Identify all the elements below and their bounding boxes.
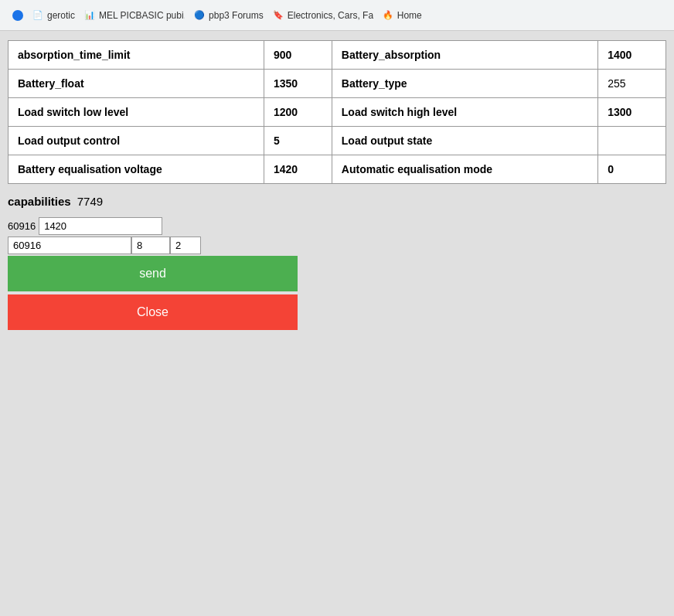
send-button[interactable]: send [8, 256, 298, 291]
capabilities-row: capabilities 7749 [8, 195, 666, 208]
cell-load-switch-low-value: 1200 [264, 98, 332, 127]
input-field-small[interactable] [131, 237, 170, 254]
capabilities-value: 7749 [77, 195, 103, 208]
cell-load-switch-low-label: Load switch low level [9, 98, 264, 127]
doc-icon [32, 10, 43, 21]
bookmark-icon [273, 10, 284, 21]
data-table: absorption_time_limit 900 Battery_absorp… [8, 40, 666, 184]
cell-load-switch-high-label: Load switch high level [332, 98, 597, 127]
cell-load-output-control-label: Load output control [9, 127, 264, 155]
tab-pbp3-label: pbp3 Forums [209, 10, 264, 21]
cell-battery-equalisation-value: 1420 [264, 155, 332, 184]
tab-mel-label: MEL PICBASIC pubi... [99, 10, 185, 21]
cell-battery-equalisation-label: Battery equalisation voltage [9, 155, 264, 184]
browser-bar: gerotic MEL PICBASIC pubi... pbp3 Forums… [0, 0, 674, 31]
table-row: Battery equalisation voltage 1420 Automa… [9, 155, 666, 184]
table-row: absorption_time_limit 900 Battery_absorp… [9, 41, 666, 70]
bar-icon [84, 10, 95, 21]
cell-auto-equalisation-label: Automatic equalisation mode [332, 155, 597, 184]
cell-battery-type-label: Battery_type [332, 70, 597, 98]
input-row2 [8, 237, 301, 254]
main-content: absorption_time_limit 900 Battery_absorp… [0, 31, 674, 616]
cell-battery-float-label: Battery_float [9, 70, 264, 98]
tab-gerotic-label: gerotic [47, 10, 75, 21]
capabilities-label: capabilities [8, 195, 71, 208]
cell-load-output-state-label: Load output state [332, 127, 597, 155]
cell-absorption-time-label: absorption_time_limit [9, 41, 264, 70]
cell-battery-type-value: 255 [598, 70, 666, 98]
browser-dot [12, 10, 23, 21]
input-row1: 60916 [8, 217, 301, 235]
cell-auto-equalisation-value: 0 [598, 155, 666, 184]
input-value1[interactable] [39, 217, 162, 235]
input-code1-label: 60916 [8, 220, 36, 232]
cell-absorption-time-value: 900 [264, 41, 332, 70]
cell-battery-absorption-label: Battery_absorption [332, 41, 597, 70]
cell-load-output-control-value: 5 [264, 127, 332, 155]
flame-icon [383, 10, 393, 21]
tab-home[interactable]: Home [383, 10, 422, 21]
tab-home-label: Home [397, 10, 422, 21]
blue-icon [194, 10, 205, 21]
tab-electronics[interactable]: Electronics, Cars, Fa... [273, 10, 373, 21]
cell-load-output-state-value [598, 127, 666, 155]
input-field-tiny[interactable] [170, 237, 201, 254]
input-field-wide[interactable] [8, 237, 131, 254]
tab-mel[interactable]: MEL PICBASIC pubi... [84, 10, 185, 21]
close-button[interactable]: Close [8, 294, 298, 330]
input-area: 60916 send Close [8, 217, 301, 330]
table-row: Load output control 5 Load output state [9, 127, 666, 155]
tab-pbp3[interactable]: pbp3 Forums [194, 10, 264, 21]
cell-load-switch-high-value: 1300 [598, 98, 666, 127]
cell-battery-float-value: 1350 [264, 70, 332, 98]
tab-electronics-label: Electronics, Cars, Fa... [288, 10, 373, 21]
cell-battery-absorption-value: 1400 [598, 41, 666, 70]
table-row: Load switch low level 1200 Load switch h… [9, 98, 666, 127]
table-row: Battery_float 1350 Battery_type 255 [9, 70, 666, 98]
tab-gerotic[interactable]: gerotic [32, 10, 75, 21]
